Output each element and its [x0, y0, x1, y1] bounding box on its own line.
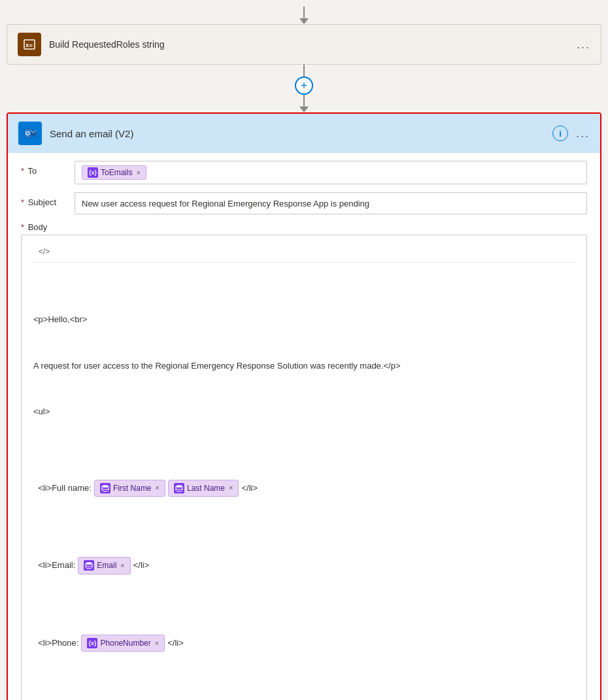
to-required: *: [21, 166, 24, 176]
svg-point-6: [102, 485, 109, 488]
body-content: <p>Hello,<br> A request for user access …: [31, 263, 577, 700]
body-line-3: <ul>: [33, 405, 575, 419]
body-line-fullname: <li>Full name: First Name: [33, 480, 575, 497]
outlook-icon: O: [18, 122, 42, 145]
to-emails-close[interactable]: ×: [137, 169, 141, 176]
phone-label: PhoneNumber: [100, 637, 150, 650]
subject-input[interactable]: New user access request for Regional Eme…: [75, 192, 587, 214]
db-chip-icon-fn: [100, 483, 110, 493]
body-line-2: A request for user access to the Regiona…: [33, 359, 575, 373]
email-form: * To {x} ToEmails × * Subject: [8, 153, 600, 700]
body-line-email: <li>Email: Email ×: [33, 557, 575, 574]
var-chip-icon-ph: {x}: [87, 638, 97, 648]
email-header: O Send an email (V2) i ...: [8, 114, 600, 153]
svg-point-8: [86, 562, 92, 565]
add-step-button[interactable]: +: [295, 76, 313, 95]
build-card-menu[interactable]: ...: [577, 38, 590, 52]
build-icon: x=: [18, 33, 41, 56]
to-emails-token[interactable]: {x} ToEmails ×: [82, 165, 146, 180]
build-card: x= Build RequestedRoles string ...: [7, 24, 601, 65]
to-input[interactable]: {x} ToEmails ×: [75, 161, 587, 184]
phone-close[interactable]: ×: [155, 637, 159, 650]
top-connector: [299, 7, 309, 24]
body-label: * Body: [21, 222, 587, 232]
lastname-token[interactable]: Last Name ×: [168, 480, 239, 497]
plus-connector: +: [295, 65, 313, 112]
info-button[interactable]: i: [552, 125, 568, 141]
phone-token[interactable]: {x} PhoneNumber ×: [81, 635, 165, 652]
subject-label: * Subject: [21, 192, 67, 207]
variable-chip-icon: {x}: [88, 167, 98, 178]
to-row: * To {x} ToEmails ×: [21, 161, 587, 184]
email-card-menu[interactable]: ...: [576, 127, 590, 141]
svg-point-7: [176, 485, 182, 488]
body-line-phone: <li>Phone: {x} PhoneNumber × </li>: [33, 635, 575, 652]
db-chip-icon-ln: [174, 483, 184, 493]
subject-value: New user access request for Regional Eme…: [82, 199, 369, 208]
svg-text:x=: x=: [25, 42, 33, 48]
email-close[interactable]: ×: [120, 559, 124, 572]
subject-row: * Subject New user access request for Re…: [21, 192, 587, 214]
code-view-icon[interactable]: </>: [36, 244, 52, 259]
to-label: * To: [21, 161, 67, 176]
subject-required: *: [21, 197, 24, 207]
lastname-label: Last Name: [187, 482, 225, 495]
firstname-close[interactable]: ×: [156, 482, 160, 494]
email-card-title: Send an email (V2): [50, 128, 545, 139]
build-card-title: Build RequestedRoles string: [49, 39, 569, 50]
db-chip-icon-em: [84, 560, 94, 571]
body-line-1: <p>Hello,<br>: [33, 312, 575, 327]
body-toolbar: </>: [31, 242, 577, 263]
firstname-label: First Name: [113, 482, 152, 495]
send-email-card: O Send an email (V2) i ... * To {x}: [7, 112, 601, 700]
body-section: * Body </> <p>Hello,<br> A request for u…: [21, 222, 587, 700]
to-emails-label: ToEmails: [101, 168, 133, 177]
email-token[interactable]: Email ×: [78, 557, 130, 574]
body-required: *: [21, 222, 24, 232]
body-editor[interactable]: </> <p>Hello,<br> A request for user acc…: [21, 235, 587, 700]
email-label: Email: [97, 559, 116, 572]
firstname-token[interactable]: First Name ×: [94, 480, 165, 497]
svg-text:O: O: [25, 130, 30, 137]
lastname-close[interactable]: ×: [229, 482, 233, 494]
